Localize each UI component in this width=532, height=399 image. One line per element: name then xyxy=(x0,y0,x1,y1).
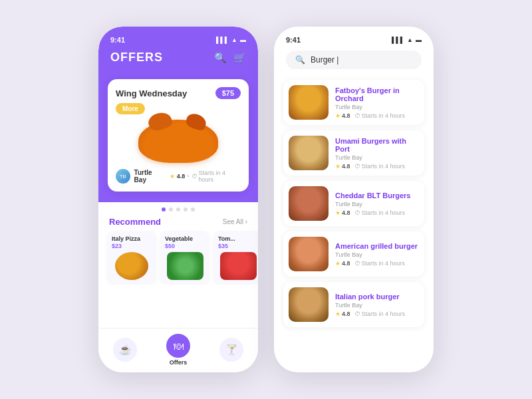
rec-item-veg[interactable]: Vegetable $50 xyxy=(161,231,209,285)
food-rating-1: ★ 4.8 xyxy=(335,163,350,170)
food-thumb-3 xyxy=(289,237,329,271)
rec-name-2: Tom... xyxy=(218,235,235,242)
nav-label-offers: Offers xyxy=(170,359,188,366)
drinks-icon: 🍸 xyxy=(219,338,243,362)
dot-3[interactable] xyxy=(176,207,180,211)
header-actions: 🔍 🛒 xyxy=(214,52,246,64)
food-rating-0: ★ 4.8 xyxy=(335,112,350,119)
star-icon-4: ★ xyxy=(335,311,340,317)
dot-1[interactable] xyxy=(162,207,166,211)
rating-val-0: 4.8 xyxy=(342,112,350,119)
food-restaurant-1: Turtle Bay xyxy=(335,154,419,161)
recommend-list: Italy Pizza $23 Vegetable $50 Tom... $35 xyxy=(98,231,258,285)
status-icons-right: ▌▌▌ ▲ ▬ xyxy=(392,37,422,43)
clock-2: ⏱ xyxy=(354,209,360,216)
signal-icon-right: ▌▌▌ xyxy=(392,37,404,43)
search-input[interactable] xyxy=(311,55,412,65)
clock-0: ⏱ xyxy=(354,112,360,119)
carousel-dots xyxy=(98,207,258,211)
food-rating-3: ★ 4.8 xyxy=(335,260,350,267)
status-bar-left: 9:41 ▌▌▌ ▲ ▬ xyxy=(110,36,246,44)
clock-1: ⏱ xyxy=(354,163,360,170)
time-info: ⏱ Starts in 4 hours xyxy=(192,170,241,183)
time-right: 9:41 xyxy=(286,36,301,44)
food-meta-1: ★ 4.8 ⏱ Starts in 4 hours xyxy=(335,163,419,170)
star-icon-3: ★ xyxy=(335,260,340,267)
offer-food-image xyxy=(116,117,241,165)
food-meta-3: ★ 4.8 ⏱ Starts in 4 hours xyxy=(335,260,419,267)
food-item-2[interactable]: Cheddar BLT Burgers Turtle Bay ★ 4.8 ⏱ S… xyxy=(283,181,424,226)
status-icons-left: ▌▌▌ ▲ ▬ xyxy=(216,37,246,43)
star-icon: ★ xyxy=(170,173,175,180)
food-restaurant-4: Turtle Bay xyxy=(335,302,419,309)
star-icon-0: ★ xyxy=(335,112,340,119)
rec-item-tom[interactable]: Tom... $35 xyxy=(214,231,258,285)
food-info-0: Fatboy's Burger in Orchard Turtle Bay ★ … xyxy=(335,86,419,119)
food-time-2: ⏱ Starts in 4 hours xyxy=(354,209,406,216)
offer-price: $75 xyxy=(215,87,241,99)
nav-item-drinks[interactable]: 🍸 xyxy=(219,338,243,362)
offer-card-header: Wing Wednesday $75 xyxy=(116,87,241,99)
star-icon-2: ★ xyxy=(335,209,340,216)
food-rating-4: ★ 4.8 xyxy=(335,311,350,317)
food-thumb-1 xyxy=(289,136,329,170)
food-name-0: Fatboy's Burger in Orchard xyxy=(335,86,419,102)
food-item-1[interactable]: Umami Burgers with Port Turtle Bay ★ 4.8… xyxy=(283,130,424,176)
see-all-link[interactable]: See All › xyxy=(223,218,247,225)
search-icon[interactable]: 🔍 xyxy=(214,52,227,64)
rating-val-2: 4.8 xyxy=(342,209,350,216)
dot-4[interactable] xyxy=(184,207,188,211)
food-item-4[interactable]: Italian pork burger Turtle Bay ★ 4.8 ⏱ S… xyxy=(283,282,424,327)
battery-icon: ▬ xyxy=(240,37,246,43)
nav-item-offers[interactable]: 🍽 Offers xyxy=(166,334,190,366)
nav-item-coffee[interactable]: ☕ xyxy=(113,338,137,362)
food-thumb-4 xyxy=(289,287,329,322)
food-meta-0: ★ 4.8 ⏱ Starts in 4 hours xyxy=(335,112,419,119)
food-item-3[interactable]: American grilled burger Turtle Bay ★ 4.8… xyxy=(283,231,424,277)
offer-card: Wing Wednesday $75 More TB Turtle Bay ★ … xyxy=(108,79,249,192)
food-list: Fatboy's Burger in Orchard Turtle Bay ★ … xyxy=(274,74,434,372)
food-item-0[interactable]: Fatboy's Burger in Orchard Turtle Bay ★ … xyxy=(283,80,424,125)
food-info-3: American grilled burger Turtle Bay ★ 4.8… xyxy=(335,242,419,267)
rating-val-4: 4.8 xyxy=(342,311,350,317)
rec-img-pizza xyxy=(115,252,148,280)
dot-2[interactable] xyxy=(169,207,173,211)
food-name-3: American grilled burger xyxy=(335,242,419,250)
food-thumb-2 xyxy=(289,186,329,221)
rec-price-1: $50 xyxy=(165,243,175,249)
restaurant-row: TB Turtle Bay ★ 4.8 • ⏱ Starts in 4 hour… xyxy=(116,169,241,184)
wifi-icon-right: ▲ xyxy=(407,37,413,43)
food-meta-2: ★ 4.8 ⏱ Starts in 4 hours xyxy=(335,209,419,216)
more-button[interactable]: More xyxy=(116,103,145,114)
search-icon-right: 🔍 xyxy=(295,55,305,65)
rec-img-tom xyxy=(220,252,257,280)
app-container: 9:41 ▌▌▌ ▲ ▬ OFFERS 🔍 🛒 xyxy=(98,27,434,372)
status-bar-right: 9:41 ▌▌▌ ▲ ▬ xyxy=(286,36,422,44)
rec-name-0: Italy Pizza xyxy=(112,235,140,242)
search-bar[interactable]: 🔍 xyxy=(286,51,422,69)
food-name-4: Italian pork burger xyxy=(335,293,419,301)
rec-price-2: $35 xyxy=(218,243,228,249)
food-restaurant-0: Turtle Bay xyxy=(335,104,419,110)
offers-icon: 🍽 xyxy=(166,334,190,358)
offer-title: Wing Wednesday xyxy=(116,88,187,98)
rating-row: ★ 4.8 • ⏱ Starts in 4 hours xyxy=(170,170,241,183)
recommend-header: Recommend See All › xyxy=(98,214,258,231)
restaurant-logo: TB xyxy=(116,169,130,184)
signal-icon: ▌▌▌ xyxy=(216,37,229,43)
battery-icon-right: ▬ xyxy=(416,37,422,43)
wifi-icon: ▲ xyxy=(231,37,237,43)
rec-item-pizza[interactable]: Italy Pizza $23 xyxy=(108,231,156,285)
food-info-2: Cheddar BLT Burgers Turtle Bay ★ 4.8 ⏱ S… xyxy=(335,192,419,216)
page-title: OFFERS xyxy=(110,51,163,65)
food-name-1: Umami Burgers with Port xyxy=(335,137,419,153)
dot-5[interactable] xyxy=(191,207,195,211)
time-left: 9:41 xyxy=(110,36,125,44)
clock-4: ⏱ xyxy=(354,311,360,317)
coffee-icon: ☕ xyxy=(113,338,137,362)
restaurant-name: Turtle Bay xyxy=(134,169,166,184)
rating-val-3: 4.8 xyxy=(342,260,350,267)
recommend-title: Recommend xyxy=(109,217,161,227)
cart-icon[interactable]: 🛒 xyxy=(233,52,246,64)
clock-3: ⏱ xyxy=(354,260,360,267)
